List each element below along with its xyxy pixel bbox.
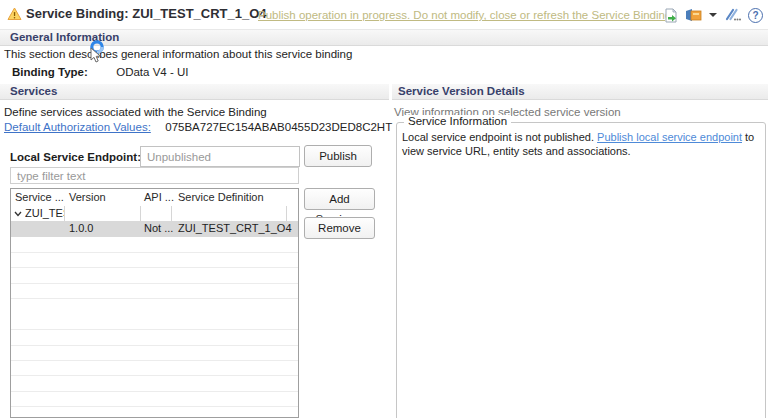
editor-header: Service Binding: ZUI_TEST_CRT_1_O4 Publi… [0,0,768,29]
default-authorization-link[interactable]: Default Authorization Values: [4,121,151,133]
add-service-button[interactable]: Add Service... [304,188,375,210]
binding-type-row: Binding Type: OData V4 - UI [12,66,188,78]
service-information-group-title: Service Information [404,115,511,127]
column-header-api[interactable]: API ... [144,191,174,203]
tree-expander-icon[interactable] [14,207,22,219]
services-description: Define services associated with the Serv… [4,106,267,118]
publish-button[interactable]: Publish [304,145,372,167]
endpoint-field[interactable] [140,146,300,167]
sap-logon-icon[interactable] [685,7,702,23]
publish-local-endpoint-link[interactable]: Publish local service endpoint [597,131,742,143]
table-header-row: Service ... Version API ... Service Defi… [11,189,298,206]
table-row-service-group[interactable]: ZUI_TEST [11,206,298,221]
service-name-cell: ZUI_TEST [25,207,64,219]
document-export-icon[interactable] [662,7,679,23]
general-information-description: This section describes general informati… [4,48,352,60]
binding-type-value: OData V4 - UI [116,66,188,78]
table-row-service-version[interactable]: 1.0.0 Not ... ZUI_TEST_CRT_1_O4 [11,221,298,237]
remove-button[interactable]: Remove [304,217,375,239]
column-header-definition[interactable]: Service Definition [178,191,264,203]
default-authorization-value: 075BA727EC154ABAB0455D23DED8C2HT [165,121,392,133]
service-information-text: Local service endpoint is not published.… [402,130,762,158]
section-header-services: Services [0,84,389,100]
help-icon[interactable]: ? [747,7,764,23]
page-title: Service Binding: ZUI_TEST_CRT_1_O4 [26,6,267,21]
column-header-version[interactable]: Version [69,191,106,203]
publish-status-link[interactable]: Publish operation in progress. Do not mo… [258,9,675,21]
header-toolbar: ? [662,7,764,23]
definition-cell: ZUI_TEST_CRT_1_O4 [178,222,292,234]
section-header-service-version-details: Service Version Details [392,84,768,100]
filter-input[interactable] [10,167,299,184]
dropdown-caret-icon[interactable] [708,7,718,23]
service-information-groupbox [396,122,766,418]
info-text-prefix: Local service endpoint is not published. [402,131,597,143]
table-empty-rows [11,237,298,417]
version-cell: 1.0.0 [69,222,93,234]
warning-icon [7,7,22,25]
section-header-general-information: General Information [0,30,768,46]
default-authorization-row: Default Authorization Values: 075BA727EC… [4,121,392,133]
edit-icon[interactable] [724,7,741,23]
api-state-cell: Not ... [144,222,173,234]
endpoint-label: Local Service Endpoint: [10,151,141,163]
column-header-service[interactable]: Service ... [15,191,64,203]
services-table[interactable]: Service ... Version API ... Service Defi… [10,188,299,418]
service-binding-editor: Service Binding: ZUI_TEST_CRT_1_O4 Publi… [0,0,768,418]
binding-type-label: Binding Type: [12,66,88,78]
